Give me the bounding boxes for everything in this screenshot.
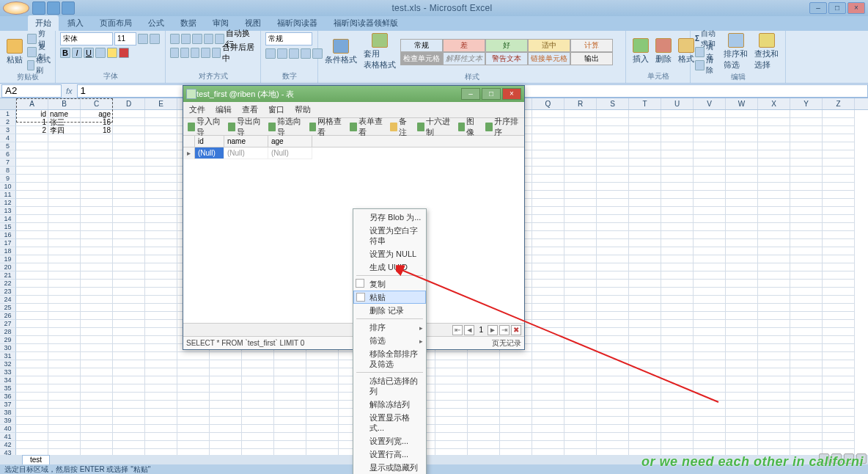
cell[interactable] [16,344,48,352]
db-nav-prev[interactable]: ◄ [464,325,474,335]
db-menu-view[interactable]: 查看 [242,104,258,115]
cell[interactable] [145,336,177,344]
cell[interactable] [532,183,564,191]
cell[interactable] [48,393,81,401]
cell[interactable] [694,336,726,344]
cell[interactable] [661,304,694,312]
cell[interactable] [48,158,81,167]
cell[interactable] [177,409,210,417]
insert-cells-button[interactable]: 插入 [630,37,651,65]
cell[interactable] [113,142,145,150]
cell[interactable] [500,433,532,441]
row-header[interactable]: 29 [0,336,16,344]
row-header[interactable]: 23 [0,288,16,296]
cell[interactable] [790,352,823,360]
cell[interactable] [48,328,81,336]
ctx-paste[interactable]: 粘贴 [353,291,426,304]
cell[interactable] [564,328,597,336]
cell[interactable] [177,401,210,409]
cell[interactable] [564,280,597,288]
cell[interactable] [629,126,661,134]
cell[interactable] [629,231,661,239]
cell[interactable] [629,142,661,150]
style-bad[interactable]: 差 [443,39,485,52]
cell[interactable] [694,409,726,417]
cell[interactable] [532,199,564,207]
col-header[interactable]: C [81,98,113,109]
cell[interactable] [306,368,339,376]
cell[interactable] [726,288,758,296]
cell[interactable] [823,368,855,376]
cell[interactable] [242,352,274,360]
cell[interactable] [274,409,306,417]
cell[interactable] [694,239,726,247]
cell[interactable] [210,368,242,376]
cell[interactable] [532,417,564,425]
cell[interactable] [532,360,564,368]
cell[interactable] [113,328,145,336]
cell[interactable] [532,255,564,263]
cell[interactable] [306,441,339,449]
fx-icon[interactable]: fx [62,87,77,95]
cell[interactable] [306,376,339,384]
cell[interactable] [629,417,661,425]
cell[interactable] [790,158,823,167]
cell[interactable] [48,191,81,199]
db-menu-file[interactable]: 文件 [189,104,205,115]
cell[interactable] [661,328,694,336]
cell[interactable] [661,183,694,191]
db-cell-name[interactable]: (Null) [224,147,268,159]
tab-formulas[interactable]: 公式 [141,15,172,31]
cell[interactable] [274,360,306,368]
cell[interactable] [564,207,597,215]
cell[interactable] [81,231,113,239]
cell[interactable] [758,360,790,368]
cell[interactable] [500,384,532,393]
cell[interactable] [790,142,823,150]
cell[interactable] [726,158,758,167]
conditional-format-button[interactable]: 条件格式 [323,38,359,66]
db-nav-stop[interactable]: ✖ [511,325,521,335]
cell[interactable] [694,384,726,393]
cell[interactable] [81,441,113,449]
row-header[interactable]: 13 [0,207,16,215]
row-header[interactable]: 19 [0,255,16,263]
cell[interactable] [81,183,113,191]
cell[interactable] [790,255,823,263]
cell[interactable] [48,167,81,175]
cell[interactable] [597,336,629,344]
cell[interactable] [48,239,81,247]
cell[interactable] [242,384,274,393]
cell[interactable] [790,231,823,239]
cell[interactable] [823,393,855,401]
cell[interactable] [758,167,790,175]
qat-undo[interactable] [47,1,60,15]
cell[interactable] [661,255,694,263]
cell[interactable] [532,167,564,175]
cell[interactable] [661,239,694,247]
cell[interactable] [597,296,629,304]
cell[interactable] [661,417,694,425]
style-warn[interactable]: 警告文本 [485,52,528,65]
cell[interactable] [113,110,145,118]
cell[interactable] [758,207,790,215]
cell[interactable] [726,368,758,376]
cell[interactable] [790,312,823,320]
cell[interactable] [597,175,629,183]
cell[interactable] [48,280,81,288]
cell[interactable] [81,368,113,376]
cell[interactable] [661,384,694,393]
cell[interactable] [661,401,694,409]
row-header[interactable]: 34 [0,376,16,384]
cell[interactable] [823,142,855,150]
cell[interactable] [790,150,823,158]
col-header[interactable]: E [145,98,177,109]
cell[interactable] [145,352,177,360]
cell[interactable] [790,328,823,336]
align-center[interactable] [180,48,189,58]
cell[interactable] [629,368,661,376]
cell[interactable] [823,191,855,199]
col-header[interactable]: T [629,98,661,109]
cell[interactable] [694,158,726,167]
cell[interactable] [758,328,790,336]
